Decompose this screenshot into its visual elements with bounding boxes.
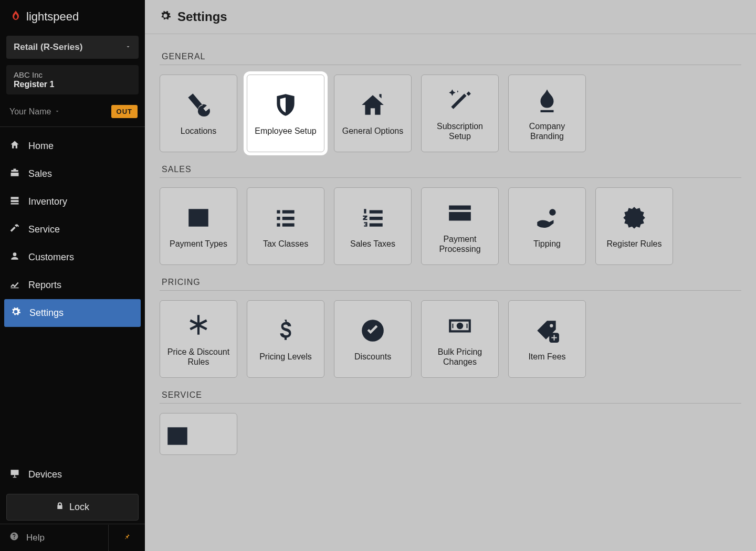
tile-service-item[interactable] bbox=[160, 413, 237, 455]
home-icon bbox=[9, 140, 20, 153]
wand-icon bbox=[447, 86, 473, 115]
tile-label: Item Fees bbox=[528, 352, 565, 362]
register-icon bbox=[9, 167, 20, 181]
company-register-selector[interactable]: ABC Inc Register 1 bbox=[6, 65, 139, 94]
gear-icon bbox=[160, 10, 171, 24]
main-content: Settings GENERAL Locations Employee Setu… bbox=[145, 0, 756, 551]
seal-icon bbox=[621, 203, 647, 232]
lock-label: Lock bbox=[69, 502, 89, 513]
tile-label: Tipping bbox=[533, 239, 561, 249]
asterisk-icon bbox=[185, 311, 212, 341]
tile-label: Locations bbox=[181, 126, 217, 136]
sidebar-item-label: Service bbox=[28, 224, 60, 235]
tile-label: Subscription Setup bbox=[426, 121, 494, 141]
credit-card-icon bbox=[447, 198, 473, 228]
sidebar-item-label: Settings bbox=[29, 308, 64, 319]
sidebar-item-devices[interactable]: Devices bbox=[0, 461, 145, 489]
sidebar-item-label: Customers bbox=[28, 252, 74, 263]
settings-content: GENERAL Locations Employee Setup General… bbox=[145, 34, 756, 476]
tile-discounts[interactable]: Discounts bbox=[334, 300, 412, 378]
lock-icon bbox=[56, 502, 64, 513]
tile-subscription-setup[interactable]: Subscription Setup bbox=[421, 75, 499, 152]
hammer-icon bbox=[9, 223, 20, 236]
tile-label: Discounts bbox=[354, 352, 391, 362]
tile-payment-types[interactable]: Payment Types bbox=[160, 187, 237, 265]
drawer-icon bbox=[9, 195, 20, 208]
user-name-label: Your Name bbox=[9, 107, 51, 116]
user-icon bbox=[9, 251, 20, 264]
sidebar-item-label: Devices bbox=[28, 469, 62, 480]
tile-label: Payment Processing bbox=[426, 234, 494, 254]
tile-row-general: Locations Employee Setup General Options… bbox=[160, 75, 741, 152]
gear-icon bbox=[10, 306, 21, 320]
sidebar-bottom: Devices Lock Help bbox=[0, 461, 145, 551]
tile-label: Sales Taxes bbox=[350, 239, 395, 249]
series-label: Retail (R-Series) bbox=[14, 42, 82, 52]
sidebar-item-home[interactable]: Home bbox=[0, 132, 145, 160]
tile-label: Pricing Levels bbox=[259, 352, 312, 362]
series-selector[interactable]: Retail (R-Series) bbox=[6, 36, 139, 59]
help-button[interactable]: Help bbox=[0, 524, 108, 551]
sidebar-item-sales[interactable]: Sales bbox=[0, 160, 145, 188]
clock-status-badge[interactable]: OUT bbox=[111, 105, 138, 118]
numbered-list-icon bbox=[360, 203, 386, 232]
tile-tipping[interactable]: Tipping bbox=[508, 187, 586, 265]
tile-employee-setup[interactable]: Employee Setup bbox=[247, 75, 324, 152]
chart-icon bbox=[9, 279, 20, 292]
nav-list: Home Sales Inventory Service Customers R… bbox=[0, 127, 145, 461]
page-header: Settings bbox=[145, 0, 756, 34]
pin-button[interactable] bbox=[108, 525, 145, 551]
sidebar-item-customers[interactable]: Customers bbox=[0, 243, 145, 271]
tile-label: Register Rules bbox=[607, 239, 662, 249]
chevron-down-icon bbox=[125, 42, 131, 52]
brand-logo[interactable]: lightspeed bbox=[0, 0, 145, 31]
sidebar-item-label: Inventory bbox=[28, 196, 67, 207]
tile-label: Tax Classes bbox=[263, 239, 308, 249]
tile-label: Bulk Pricing Changes bbox=[426, 347, 494, 367]
tile-price-discount-rules[interactable]: Price & Discount Rules bbox=[160, 300, 237, 378]
tile-pricing-levels[interactable]: Pricing Levels bbox=[247, 300, 324, 378]
sidebar: lightspeed Retail (R-Series) ABC Inc Reg… bbox=[0, 0, 145, 551]
sidebar-item-label: Reports bbox=[28, 280, 61, 291]
section-heading-service: SERVICE bbox=[160, 378, 741, 404]
chevron-down-icon bbox=[54, 107, 60, 116]
tile-company-branding[interactable]: Company Branding bbox=[508, 75, 586, 152]
help-row: Help bbox=[0, 524, 145, 551]
tile-register-rules[interactable]: Register Rules bbox=[595, 187, 673, 265]
sidebar-item-label: Home bbox=[28, 141, 54, 152]
svg-point-0 bbox=[549, 209, 556, 216]
tile-row-service bbox=[160, 413, 741, 455]
tile-bulk-pricing-changes[interactable]: Bulk Pricing Changes bbox=[421, 300, 499, 378]
section-heading-pricing: PRICING bbox=[160, 265, 741, 291]
money-icon bbox=[447, 311, 473, 341]
page-title: Settings bbox=[177, 9, 227, 24]
dollar-icon bbox=[272, 316, 299, 345]
tile-tax-classes[interactable]: Tax Classes bbox=[247, 187, 324, 265]
sidebar-item-label: Sales bbox=[28, 168, 52, 179]
tile-item-fees[interactable]: Item Fees bbox=[508, 300, 586, 378]
question-icon bbox=[9, 532, 19, 544]
register-name: Register 1 bbox=[14, 80, 131, 89]
tile-general-options[interactable]: General Options bbox=[334, 75, 412, 152]
shield-icon bbox=[272, 90, 299, 120]
tile-label: Price & Discount Rules bbox=[164, 347, 233, 367]
list-box-icon bbox=[185, 203, 212, 232]
tile-locations[interactable]: Locations bbox=[160, 75, 237, 152]
list-icon bbox=[272, 203, 299, 232]
wrench-icon bbox=[185, 90, 212, 120]
user-menu[interactable]: Your Name bbox=[9, 107, 60, 116]
lock-button[interactable]: Lock bbox=[6, 494, 139, 521]
tile-sales-taxes[interactable]: Sales Taxes bbox=[334, 187, 412, 265]
tag-plus-icon bbox=[534, 316, 560, 345]
tile-payment-processing[interactable]: Payment Processing bbox=[421, 187, 499, 265]
sidebar-item-service[interactable]: Service bbox=[0, 216, 145, 243]
tile-row-pricing: Price & Discount Rules Pricing Levels Di… bbox=[160, 300, 741, 378]
tile-label: Company Branding bbox=[513, 121, 581, 141]
pushpin-icon bbox=[123, 532, 131, 544]
company-name: ABC Inc bbox=[14, 70, 131, 79]
tile-label: Payment Types bbox=[170, 239, 227, 249]
sidebar-item-reports[interactable]: Reports bbox=[0, 271, 145, 299]
sidebar-item-settings[interactable]: Settings bbox=[4, 299, 141, 327]
tile-label: General Options bbox=[342, 126, 404, 136]
sidebar-item-inventory[interactable]: Inventory bbox=[0, 188, 145, 216]
